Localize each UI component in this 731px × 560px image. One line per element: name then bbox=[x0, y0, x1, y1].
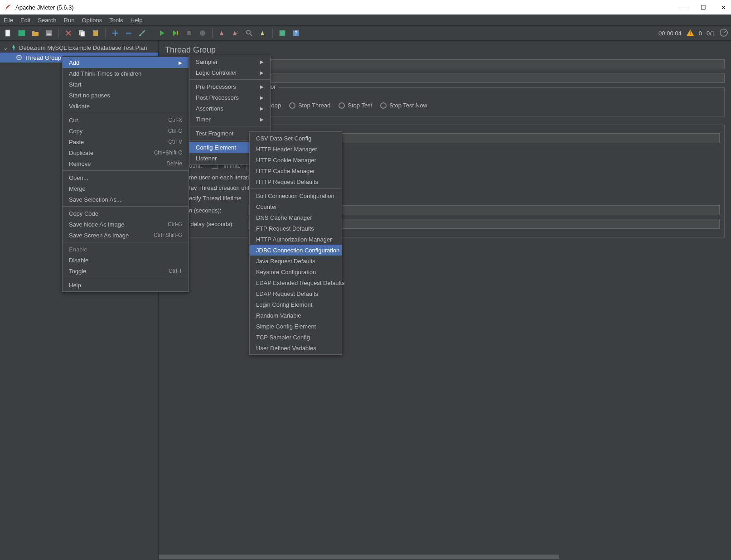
chevron-right-icon: ▶ bbox=[260, 106, 264, 111]
chevron-down-icon[interactable]: ⌄ bbox=[3, 44, 8, 51]
cfg-item-random-variable[interactable]: Random Variable bbox=[250, 310, 342, 321]
cfg-item-ftp-request-defaults[interactable]: FTP Request Defaults bbox=[250, 223, 342, 234]
comments-input[interactable] bbox=[207, 73, 725, 83]
collapse-icon[interactable] bbox=[123, 28, 134, 39]
window-minimize-button[interactable]: — bbox=[680, 4, 687, 10]
menu-file[interactable]: File bbox=[4, 17, 13, 24]
cfg-item-http-request-defaults[interactable]: HTTP Request Defaults bbox=[250, 176, 342, 187]
reset-search-icon[interactable] bbox=[257, 28, 268, 39]
cfg-item-user-defined-variables[interactable]: User Defined Variables bbox=[250, 343, 342, 353]
add-divider bbox=[189, 79, 270, 80]
cfg-item-http-header-manager[interactable]: HTTP Header Manager bbox=[250, 144, 342, 154]
svg-rect-10 bbox=[187, 31, 191, 35]
same-user-label: Same user on each iteration bbox=[182, 174, 256, 181]
ctx-item-paste[interactable]: PasteCtrl-V bbox=[63, 136, 189, 147]
warning-icon[interactable]: ! bbox=[686, 29, 694, 38]
paste-icon[interactable] bbox=[90, 28, 101, 39]
add-item-logic-controller[interactable]: Logic Controller▶ bbox=[189, 67, 270, 78]
cut-icon[interactable] bbox=[63, 28, 74, 39]
cfg-item-login-config-element[interactable]: Login Config Element bbox=[250, 299, 342, 310]
cfg-item-counter[interactable]: Counter bbox=[250, 201, 342, 212]
menu-search[interactable]: Search bbox=[38, 17, 56, 24]
add-item-timer[interactable]: Timer▶ bbox=[189, 114, 270, 125]
gear-icon bbox=[15, 54, 23, 61]
ctx-item-toggle[interactable]: ToggleCtrl-T bbox=[63, 266, 189, 276]
menu-options[interactable]: Options bbox=[82, 17, 102, 24]
clear-all-icon[interactable] bbox=[230, 28, 241, 39]
cfg-item-http-authorization-manager[interactable]: HTTP Authorization Manager bbox=[250, 234, 342, 245]
cfg-item-dns-cache-manager[interactable]: DNS Cache Manager bbox=[250, 212, 342, 223]
svg-rect-3 bbox=[47, 34, 51, 35]
help-icon[interactable]: ? bbox=[290, 28, 301, 39]
toolbar: ? 00:00:04 ! 0 0/1 bbox=[0, 25, 731, 41]
ctx-item-validate[interactable]: Validate bbox=[63, 101, 189, 111]
ctx-item-help[interactable]: Help bbox=[63, 280, 189, 290]
radio-stop-test[interactable]: Stop Test bbox=[339, 102, 372, 109]
cfg-item-keystore-configuration[interactable]: Keystore Configuration bbox=[250, 266, 342, 277]
menu-tools[interactable]: Tools bbox=[109, 17, 123, 24]
toggle-icon[interactable] bbox=[137, 28, 148, 39]
cfg-item-simple-config-element[interactable]: Simple Config Element bbox=[250, 321, 342, 332]
copy-icon[interactable] bbox=[77, 28, 87, 39]
app-icon bbox=[5, 4, 12, 11]
radio-stop-test-now[interactable]: Stop Test Now bbox=[380, 102, 427, 109]
ctx-item-add[interactable]: Add▶ bbox=[63, 57, 189, 68]
svg-text:?: ? bbox=[295, 30, 297, 36]
cfg-item-ldap-extended-request-defaults[interactable]: LDAP Extended Request Defaults bbox=[250, 277, 342, 288]
add-item-assertions[interactable]: Assertions▶ bbox=[189, 103, 270, 114]
function-helper-icon[interactable] bbox=[277, 28, 288, 39]
menu-help[interactable]: Help bbox=[131, 17, 143, 24]
cfg-item-tcp-sampler-config[interactable]: TCP Sampler Config bbox=[250, 332, 342, 343]
chevron-right-icon: ▶ bbox=[260, 70, 264, 75]
ctx-item-save-selection-as-[interactable]: Save Selection As... bbox=[63, 194, 189, 205]
ctx-item-copy[interactable]: CopyCtrl-C bbox=[63, 126, 189, 136]
add-item-pre-processors[interactable]: Pre Processors▶ bbox=[189, 81, 270, 92]
gauge-icon[interactable] bbox=[719, 28, 728, 39]
add-item-post-processors[interactable]: Post Processors▶ bbox=[189, 92, 270, 103]
menu-edit[interactable]: Edit bbox=[20, 17, 30, 24]
panel-title: Thread Group bbox=[165, 45, 725, 55]
name-input[interactable] bbox=[207, 59, 725, 69]
add-item-sampler[interactable]: Sampler▶ bbox=[189, 56, 270, 67]
run-icon[interactable] bbox=[156, 28, 167, 39]
cfg-item-csv-data-set-config[interactable]: CSV Data Set Config bbox=[250, 133, 342, 144]
ctx-item-disable[interactable]: Disable bbox=[63, 255, 189, 266]
ctx-item-add-think-times-to-children[interactable]: Add Think Times to children bbox=[63, 68, 189, 79]
ctx-divider bbox=[63, 242, 189, 242]
horizontal-scrollbar[interactable] bbox=[159, 554, 731, 560]
ctx-item-open-[interactable]: Open... bbox=[63, 172, 189, 183]
cfg-item-java-request-defaults[interactable]: Java Request Defaults bbox=[250, 256, 342, 266]
specify-lifetime-label: Specify Thread lifetime bbox=[182, 195, 242, 202]
new-icon[interactable] bbox=[3, 28, 14, 39]
ctx-item-cut[interactable]: CutCtrl-X bbox=[63, 115, 189, 126]
window-close-button[interactable]: ✕ bbox=[720, 4, 726, 10]
search-icon[interactable] bbox=[244, 28, 255, 39]
cfg-item-http-cache-manager[interactable]: HTTP Cache Manager bbox=[250, 165, 342, 176]
shutdown-icon[interactable] bbox=[197, 28, 208, 39]
thread-counts: 0/1 bbox=[707, 30, 715, 37]
templates-icon[interactable] bbox=[16, 28, 27, 39]
menu-run[interactable]: Run bbox=[64, 17, 75, 24]
ctx-item-copy-code[interactable]: Copy Code bbox=[63, 208, 189, 219]
run-nopause-icon[interactable] bbox=[170, 28, 181, 39]
window-maximize-button[interactable]: ☐ bbox=[700, 4, 707, 10]
ctx-item-start-no-pauses[interactable]: Start no pauses bbox=[63, 90, 189, 101]
ctx-item-duplicate[interactable]: DuplicateCtrl+Shift-C bbox=[63, 147, 189, 158]
ctx-item-merge[interactable]: Merge bbox=[63, 183, 189, 194]
clear-icon[interactable] bbox=[217, 28, 228, 39]
cfg-item-http-cookie-manager[interactable]: HTTP Cookie Manager bbox=[250, 154, 342, 165]
stop-icon[interactable] bbox=[184, 28, 194, 39]
cfg-item-ldap-request-defaults[interactable]: LDAP Request Defaults bbox=[250, 288, 342, 299]
ctx-item-save-screen-as-image[interactable]: Save Screen As ImageCtrl+Shift-G bbox=[63, 230, 189, 241]
expand-icon[interactable] bbox=[110, 28, 121, 39]
open-icon[interactable] bbox=[30, 28, 41, 39]
cfg-item-jdbc-connection-configuration[interactable]: JDBC Connection Configuration bbox=[250, 245, 342, 256]
save-icon[interactable] bbox=[44, 28, 54, 39]
tree-root[interactable]: ⌄ Debezium MySQL Example Ddatabase Test … bbox=[0, 43, 158, 53]
ctx-divider bbox=[63, 278, 189, 278]
ctx-item-save-node-as-image[interactable]: Save Node As ImageCtrl-G bbox=[63, 219, 189, 230]
cfg-item-bolt-connection-configuration[interactable]: Bolt Connection Configuration bbox=[250, 190, 342, 201]
ctx-item-remove[interactable]: RemoveDelete bbox=[63, 158, 189, 169]
ctx-item-start[interactable]: Start bbox=[63, 79, 189, 90]
radio-stop-thread[interactable]: Stop Thread bbox=[289, 102, 330, 109]
